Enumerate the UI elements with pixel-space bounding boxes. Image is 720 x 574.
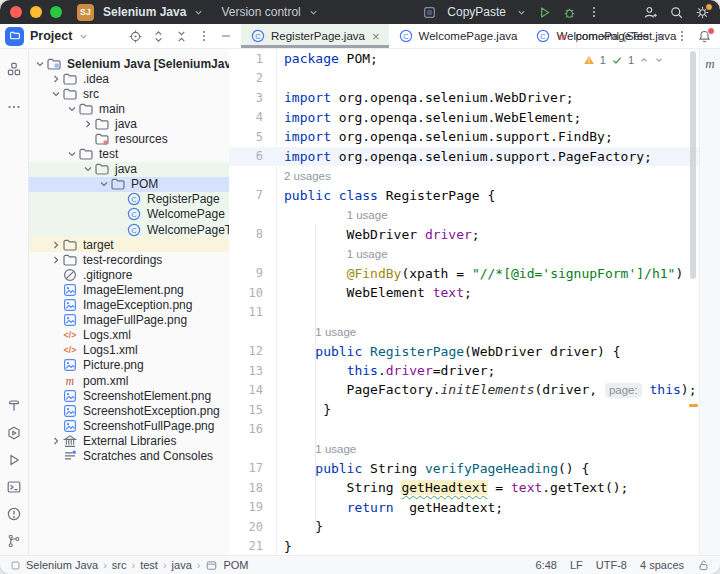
chevron-right-icon[interactable] bbox=[49, 239, 62, 251]
minimize-window-button[interactable] bbox=[30, 6, 42, 18]
locate-icon[interactable] bbox=[128, 29, 143, 44]
code-line-7[interactable]: 7public class RegisterPage { bbox=[229, 186, 699, 206]
code-line-8[interactable]: 8 WebDriver driver; bbox=[229, 225, 699, 245]
code-line-4[interactable]: 4import org.openqa.selenium.WebElement; bbox=[229, 108, 699, 128]
tree-item-java[interactable]: java bbox=[29, 162, 229, 177]
chevron-right-icon[interactable] bbox=[81, 118, 94, 130]
panel-title[interactable]: Project bbox=[30, 29, 72, 43]
code-line-2[interactable]: 2 bbox=[229, 69, 699, 89]
notifications-icon[interactable] bbox=[697, 29, 712, 44]
tree-item-pom-xml[interactable]: mpom.xml bbox=[29, 373, 229, 388]
tab-registerpage-java[interactable]: CRegisterPage.java× bbox=[241, 24, 389, 48]
run-configuration-selector[interactable]: CopyPaste bbox=[447, 5, 506, 19]
more-v-light-icon[interactable] bbox=[587, 5, 601, 19]
chevron-down-icon[interactable] bbox=[97, 178, 110, 190]
debug-icon[interactable] bbox=[562, 5, 577, 20]
tree-item-screenshotfullpage-png[interactable]: ScreenshotFullPage.png bbox=[29, 418, 229, 433]
usages-hint-row[interactable]: 2 usages bbox=[229, 166, 699, 186]
usages-hint-row[interactable]: 1 usage bbox=[229, 322, 699, 342]
git-icon[interactable] bbox=[6, 533, 22, 549]
tree-item-screenshotelement-png[interactable]: ScreenshotElement.png bbox=[29, 388, 229, 403]
code-line-13[interactable]: 13 this.driver=driver; bbox=[229, 361, 699, 381]
caret-position[interactable]: 6:48 bbox=[536, 559, 557, 571]
tree-item--gitignore[interactable]: .gitignore bbox=[29, 267, 229, 282]
scrollbar-thumb[interactable] bbox=[690, 51, 696, 279]
code-line-10[interactable]: 10 WebElement text; bbox=[229, 283, 699, 303]
chevron-down-icon[interactable] bbox=[654, 55, 664, 65]
code-line-15[interactable]: 15 } bbox=[229, 400, 699, 420]
line-separator[interactable]: LF bbox=[570, 559, 583, 571]
chevron-down-icon[interactable] bbox=[49, 88, 62, 100]
tree-item-registerpage[interactable]: CRegisterPage bbox=[29, 192, 229, 207]
tree-item-external-libraries[interactable]: External Libraries bbox=[29, 433, 229, 448]
settings-icon[interactable] bbox=[695, 5, 710, 20]
chevron-right-icon[interactable] bbox=[49, 254, 62, 266]
tree-item-selenium-java-seleniumjava-[interactable]: Selenium Java [SeleniumJava]~/IdeaProj bbox=[29, 56, 229, 71]
tree-item-imagefullpage-png[interactable]: ImageFullPage.png bbox=[29, 313, 229, 328]
chevron-down-icon[interactable] bbox=[516, 7, 527, 18]
vcs-menu[interactable]: Version control bbox=[221, 5, 300, 19]
tree-item-logs-xml[interactable]: </>Logs.xml bbox=[29, 328, 229, 343]
more-v-icon[interactable] bbox=[675, 29, 689, 43]
usages-hint-row[interactable]: 1 usage bbox=[229, 439, 699, 459]
tab-welcomepage-java[interactable]: CWelcomePage.java bbox=[389, 24, 527, 48]
run-configuration-icon[interactable] bbox=[422, 5, 437, 20]
structure-icon[interactable] bbox=[6, 61, 22, 77]
file-encoding[interactable]: UTF-8 bbox=[596, 559, 627, 571]
right-split-strip[interactable]: m bbox=[699, 49, 720, 555]
code-line-3[interactable]: 3import org.openqa.selenium.WebDriver; bbox=[229, 88, 699, 108]
code-line-12[interactable]: 12 public RegisterPage(WebDriver driver)… bbox=[229, 342, 699, 362]
tree-item-resources[interactable]: resources bbox=[29, 131, 229, 146]
expand-all-icon[interactable] bbox=[151, 29, 166, 44]
code-line-18[interactable]: 18 String getHeadtext = text.getText(); bbox=[229, 478, 699, 498]
terminal-icon[interactable] bbox=[6, 479, 22, 495]
code-editor[interactable]: 1package POM;23import org.openqa.seleniu… bbox=[229, 49, 699, 555]
tree-item-logs1-xml[interactable]: </>Logs1.xml bbox=[29, 343, 229, 358]
tree-item-src[interactable]: src bbox=[29, 86, 229, 101]
tree-item-test-recordings[interactable]: test-recordings bbox=[29, 252, 229, 267]
code-line-19[interactable]: 19 return getHeadtext; bbox=[229, 498, 699, 518]
breadcrumb-item[interactable]: test bbox=[140, 559, 158, 571]
build-icon[interactable] bbox=[6, 398, 22, 414]
close-icon[interactable]: × bbox=[372, 29, 380, 44]
inspections-widget[interactable]: 1 1 bbox=[580, 53, 667, 67]
tree-item-welcomepage[interactable]: CWelcomePage bbox=[29, 207, 229, 222]
collapse-all-icon[interactable] bbox=[174, 29, 189, 44]
search-icon[interactable] bbox=[669, 5, 684, 20]
more-v-icon[interactable] bbox=[197, 29, 211, 43]
chevron-down-icon[interactable] bbox=[655, 30, 667, 42]
close-window-button[interactable] bbox=[10, 6, 22, 18]
chevron-right-icon[interactable] bbox=[49, 435, 62, 447]
project-menu[interactable]: Selenium Java bbox=[103, 5, 186, 19]
code-line-11[interactable]: 11 bbox=[229, 303, 699, 323]
tree-item-test[interactable]: test bbox=[29, 147, 229, 162]
chevron-up-icon[interactable] bbox=[639, 55, 649, 65]
usages-hint-row[interactable]: 1 usage bbox=[229, 205, 699, 225]
play-icon[interactable] bbox=[537, 5, 552, 20]
chevron-down-icon[interactable] bbox=[65, 103, 78, 115]
chevron-down-icon[interactable] bbox=[81, 163, 94, 175]
breadcrumb-item[interactable]: POM bbox=[223, 559, 248, 571]
tree-item-picture-png[interactable]: Picture.png bbox=[29, 358, 229, 373]
code-line-6[interactable]: 6import org.openqa.selenium.support.Page… bbox=[229, 147, 699, 167]
code-line-9[interactable]: 9 @FindBy(xpath = "//*[@id='signupForm']… bbox=[229, 264, 699, 284]
tree-item-pom[interactable]: POM bbox=[29, 177, 229, 192]
code-line-16[interactable]: 16 bbox=[229, 420, 699, 440]
code-line-17[interactable]: 17 public String verifyPageHeading() { bbox=[229, 459, 699, 479]
tree-item-target[interactable]: target bbox=[29, 237, 229, 252]
tree-item-welcomepagetest[interactable]: CWelcomePageTest bbox=[29, 222, 229, 237]
tree-item-java[interactable]: java bbox=[29, 116, 229, 131]
tree-item-imageexception-png[interactable]: ImageException.png bbox=[29, 298, 229, 313]
code-line-14[interactable]: 14 PageFactory.initElements(driver, page… bbox=[229, 381, 699, 401]
chevron-down-icon[interactable] bbox=[65, 148, 78, 160]
warning-stripe-mark[interactable] bbox=[689, 404, 698, 407]
add-user-icon[interactable] bbox=[643, 5, 658, 20]
usages-hint-row[interactable]: 1 usage bbox=[229, 244, 699, 264]
tree-item-scratches-and-consoles[interactable]: Scratches and Consoles bbox=[29, 448, 229, 463]
chevron-down-icon[interactable] bbox=[33, 58, 46, 70]
code-line-21[interactable]: 21} bbox=[229, 537, 699, 556]
project-tool-window-icon[interactable] bbox=[5, 27, 24, 46]
zoom-window-button[interactable] bbox=[50, 6, 62, 18]
breadcrumb-item[interactable]: Selenium Java bbox=[26, 559, 98, 571]
services-icon[interactable] bbox=[6, 425, 22, 441]
